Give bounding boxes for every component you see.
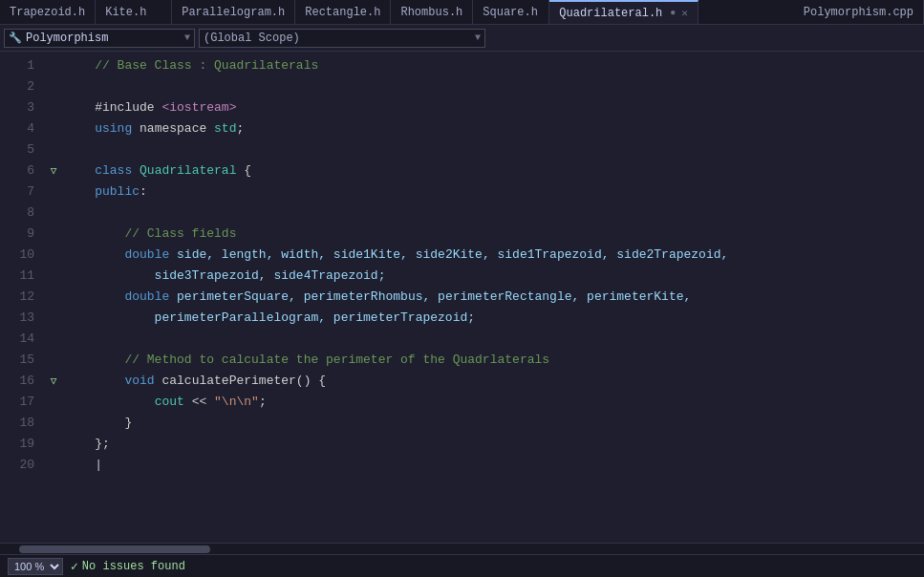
- code-line-14: 14: [0, 329, 924, 350]
- tab-polymorphism[interactable]: Polymorphism.cpp: [794, 0, 924, 24]
- line-content-3: #include <iostream>: [61, 97, 924, 118]
- line-number-10: 10: [0, 245, 46, 266]
- code-line-6: 6▽ class Quadrilateral {: [0, 160, 924, 182]
- code-line-17: 17 cout << "\n\n";: [0, 392, 924, 413]
- line-content-17: cout << "\n\n";: [61, 392, 924, 413]
- code-line-12: 12 double perimeterSquare, perimeterRhom…: [0, 287, 924, 308]
- tab-square-label: Square.h: [483, 6, 538, 19]
- code-line-10: 10 double side, length, width, side1Kite…: [0, 245, 924, 266]
- toolbar: 🔧 Polymorphism ▼ (Global Scope) ▼: [0, 25, 924, 52]
- code-line-2: 2: [0, 76, 924, 97]
- tab-quadrilateral-close[interactable]: ✕: [681, 7, 688, 19]
- tab-square[interactable]: Square.h: [473, 0, 549, 24]
- line-number-6: 6: [0, 160, 46, 182]
- line-content-16: void calculatePerimeter() {: [61, 371, 924, 392]
- line-content-13: perimeterParallelogram, perimeterTrapezo…: [61, 308, 924, 329]
- line-content-6: class Quadrilateral {: [61, 160, 924, 182]
- line-content-14: [61, 329, 924, 350]
- line-content-4: using namespace std;: [61, 118, 924, 139]
- code-line-7: 7 public:: [0, 182, 924, 203]
- line-number-11: 11: [0, 266, 46, 287]
- line-number-8: 8: [0, 203, 46, 224]
- line-number-9: 9: [0, 224, 46, 245]
- issues-text: No issues found: [82, 560, 185, 573]
- issues-status: ✓ No issues found: [71, 559, 185, 574]
- scope-left-value: Polymorphism: [26, 32, 108, 45]
- line-number-5: 5: [0, 139, 46, 160]
- code-line-5: 5: [0, 139, 924, 160]
- tab-rectangle-label: Rectangle.h: [305, 6, 380, 19]
- line-number-3: 3: [0, 97, 46, 118]
- tab-dot-indicator: ●: [670, 8, 676, 18]
- scope-selector-right[interactable]: (Global Scope) ▼: [199, 29, 485, 48]
- code-line-16: 16▽ void calculatePerimeter() {: [0, 371, 924, 392]
- code-line-9: 9 // Class fields: [0, 224, 924, 245]
- code-line-19: 19 };: [0, 434, 924, 455]
- code-line-1: 1 // Base Class : Quadrilaterals: [0, 55, 924, 76]
- code-line-15: 15 // Method to calculate the perimeter …: [0, 350, 924, 371]
- tab-spacer: [698, 0, 794, 24]
- scope-right-arrow: ▼: [475, 32, 481, 43]
- tab-polymorphism-label: Polymorphism.cpp: [804, 6, 913, 19]
- line-number-1: 1: [0, 55, 46, 76]
- tab-rhombus[interactable]: Rhombus.h: [391, 0, 473, 24]
- tab-kite-label: Kite.h: [105, 6, 146, 19]
- issues-check-icon: ✓: [71, 559, 78, 574]
- tab-bar: Trapezoid.h Kite.h Parallelogram.h Recta…: [0, 0, 924, 25]
- line-content-5: [61, 139, 924, 160]
- tab-rectangle[interactable]: Rectangle.h: [295, 0, 391, 24]
- code-area[interactable]: 1 // Base Class : Quadrilaterals2 3 #inc…: [0, 52, 924, 543]
- scope-right-value: (Global Scope): [204, 32, 300, 45]
- line-number-12: 12: [0, 287, 46, 308]
- code-line-3: 3 #include <iostream>: [0, 97, 924, 118]
- tab-quadrilateral[interactable]: Quadrilateral.h ● ✕: [549, 0, 698, 24]
- zoom-control[interactable]: 50 % 75 % 100 % 125 % 150 % 200 %: [8, 558, 63, 575]
- fold-gutter-16[interactable]: ▽: [46, 371, 61, 392]
- line-number-17: 17: [0, 392, 46, 413]
- line-content-7: public:: [61, 182, 924, 203]
- tab-kite[interactable]: Kite.h: [96, 0, 172, 24]
- status-bar: 50 % 75 % 100 % 125 % 150 % 200 % ✓ No i…: [0, 554, 924, 577]
- h-scroll-thumb[interactable]: [19, 545, 210, 553]
- tab-quadrilateral-label: Quadrilateral.h: [559, 7, 662, 20]
- line-content-9: // Class fields: [61, 224, 924, 245]
- line-number-7: 7: [0, 182, 46, 203]
- line-number-14: 14: [0, 329, 46, 350]
- line-content-18: }: [61, 413, 924, 434]
- code-line-4: 4 using namespace std;: [0, 118, 924, 139]
- code-line-13: 13 perimeterParallelogram, perimeterTrap…: [0, 308, 924, 329]
- line-content-8: [61, 203, 924, 224]
- fold-gutter-6[interactable]: ▽: [46, 160, 61, 182]
- scope-selector-left[interactable]: 🔧 Polymorphism ▼: [4, 29, 195, 48]
- line-content-10: double side, length, width, side1Kite, s…: [61, 245, 924, 266]
- line-content-2: [61, 76, 924, 97]
- code-line-18: 18 }: [0, 413, 924, 434]
- line-content-11: side3Trapezoid, side4Trapezoid;: [61, 266, 924, 287]
- zoom-select[interactable]: 50 % 75 % 100 % 125 % 150 % 200 %: [8, 558, 63, 575]
- scope-left-arrow: ▼: [184, 32, 190, 43]
- line-number-4: 4: [0, 118, 46, 139]
- editor-container: 1 // Base Class : Quadrilaterals2 3 #inc…: [0, 52, 924, 543]
- tab-trapezoid-label: Trapezoid.h: [10, 6, 85, 19]
- tab-parallelogram-label: Parallelogram.h: [182, 6, 285, 19]
- line-number-16: 16: [0, 371, 46, 392]
- code-line-8: 8: [0, 203, 924, 224]
- line-number-20: 20: [0, 455, 46, 476]
- horizontal-scrollbar[interactable]: [0, 543, 924, 554]
- scope-icon: 🔧: [9, 32, 22, 44]
- line-number-15: 15: [0, 350, 46, 371]
- line-content-15: // Method to calculate the perimeter of …: [61, 350, 924, 371]
- line-number-2: 2: [0, 76, 46, 97]
- tab-rhombus-label: Rhombus.h: [400, 6, 462, 19]
- line-content-1: // Base Class : Quadrilaterals: [61, 55, 924, 76]
- tab-trapezoid[interactable]: Trapezoid.h: [0, 0, 96, 24]
- line-content-19: };: [61, 434, 924, 455]
- code-line-20: 20 |: [0, 455, 924, 476]
- line-number-18: 18: [0, 413, 46, 434]
- line-content-20: |: [61, 455, 924, 476]
- code-line-11: 11 side3Trapezoid, side4Trapezoid;: [0, 266, 924, 287]
- line-number-19: 19: [0, 434, 46, 455]
- tab-parallelogram[interactable]: Parallelogram.h: [172, 0, 295, 24]
- line-content-12: double perimeterSquare, perimeterRhombus…: [61, 287, 924, 308]
- line-number-13: 13: [0, 308, 46, 329]
